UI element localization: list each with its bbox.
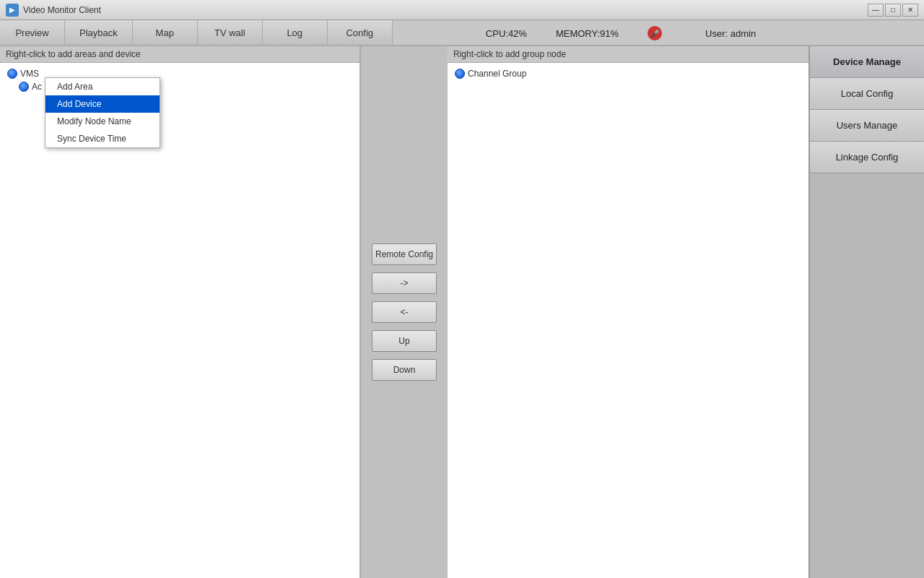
window-title: Video Monitor Client — [23, 5, 868, 15]
arrow-right-button[interactable]: -> — [372, 272, 437, 294]
left-hint: Right-click to add areas and device — [0, 46, 359, 63]
tree-label-ac: Ac — [32, 82, 42, 92]
titlebar-controls: — □ ✕ — [868, 4, 918, 17]
up-button[interactable]: Up — [372, 330, 437, 352]
remote-config-button[interactable]: Remote Config — [372, 243, 437, 265]
tab-tvwall[interactable]: TV wall — [198, 20, 263, 45]
minimize-button[interactable]: — — [868, 4, 884, 17]
tab-preview[interactable]: Preview — [0, 20, 65, 45]
main-content: Right-click to add areas and device VMS … — [0, 46, 808, 578]
tree-label-vms: VMS — [20, 69, 39, 79]
sidebar-btn-users-manage[interactable]: Users Manage — [810, 110, 924, 142]
mic-icon: 🎤 — [648, 26, 662, 40]
ctx-add-device[interactable]: Add Device — [45, 95, 160, 113]
user-label: User: admin — [705, 28, 756, 39]
sidebar-btn-linkage-config[interactable]: Linkage Config — [810, 142, 924, 173]
memory-status: MEMORY:91% — [556, 28, 619, 39]
globe-icon-ac — [19, 82, 29, 92]
ctx-sync-device-time[interactable]: Sync Device Time — [45, 130, 160, 147]
tab-config[interactable]: Config — [328, 20, 393, 45]
globe-icon-channel-group — [455, 69, 465, 79]
tab-map[interactable]: Map — [133, 20, 198, 45]
maximize-button[interactable]: □ — [885, 4, 901, 17]
left-tree: VMS Ac Add Area Add Device Modify Node N… — [0, 63, 359, 578]
right-tree: Channel Group — [448, 63, 808, 578]
sidebar-btn-device-manage[interactable]: Device Manage — [810, 46, 924, 78]
context-menu: Add Area Add Device Modify Node Name Syn… — [45, 77, 160, 148]
ctx-add-area[interactable]: Add Area — [45, 78, 160, 95]
app-icon: ▶ — [6, 4, 19, 17]
tree-node-channel-group[interactable]: Channel Group — [452, 67, 804, 80]
right-panel: Right-click to add group node Channel Gr… — [448, 46, 808, 578]
ctx-modify-node-name[interactable]: Modify Node Name — [45, 113, 160, 130]
arrow-left-button[interactable]: <- — [372, 301, 437, 323]
sidebar: Device Manage Local Config Users Manage … — [808, 46, 924, 578]
tabbar: Preview Playback Map TV wall Log Config … — [0, 20, 924, 46]
middle-panel: Remote Config -> <- Up Down — [361, 46, 448, 578]
left-panel: Right-click to add areas and device VMS … — [0, 46, 361, 578]
tab-log[interactable]: Log — [263, 20, 328, 45]
sidebar-btn-local-config[interactable]: Local Config — [810, 78, 924, 110]
cpu-status: CPU:42% — [486, 28, 527, 39]
globe-icon-vms — [7, 69, 17, 79]
titlebar: ▶ Video Monitor Client — □ ✕ — [0, 0, 924, 20]
tab-playback[interactable]: Playback — [65, 20, 133, 45]
tree-label-channel-group: Channel Group — [468, 69, 526, 79]
close-button[interactable]: ✕ — [902, 4, 918, 17]
down-button[interactable]: Down — [372, 359, 437, 381]
right-hint: Right-click to add group node — [448, 46, 808, 63]
app-icon-glyph: ▶ — [9, 6, 15, 14]
statusbar: CPU:42% MEMORY:91% 🎤 User: admin — [433, 20, 808, 46]
